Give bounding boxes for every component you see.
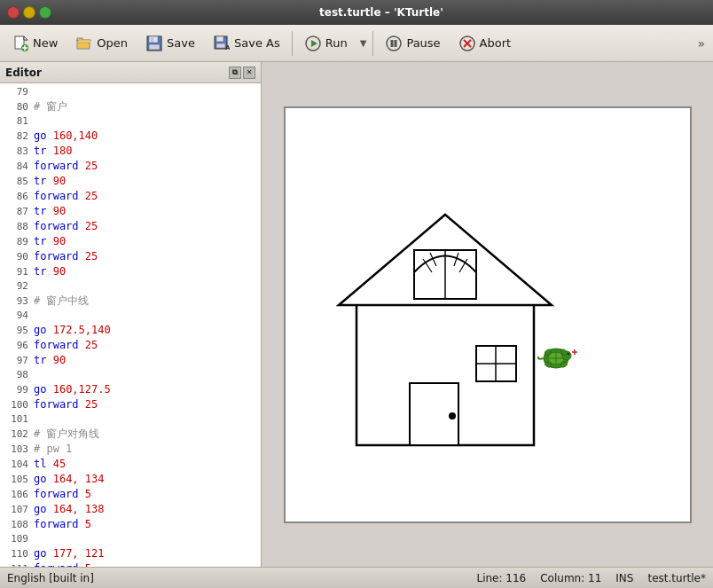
code-line: 82go 160,140: [4, 129, 257, 144]
svg-rect-22: [395, 40, 397, 47]
code-editor[interactable]: 7980# 窗户8182go 160,14083tr 18084forward …: [0, 83, 261, 567]
code-line: 87tr 90: [4, 204, 257, 219]
svg-rect-12: [151, 36, 153, 42]
code-line: 110go 177, 121: [4, 546, 257, 561]
house-drawing: [286, 108, 692, 523]
save-icon: [145, 35, 163, 52]
saveas-button[interactable]: A Save As: [205, 30, 288, 57]
code-line: 106forward 5: [4, 487, 257, 502]
code-line: 81: [4, 114, 257, 129]
saveas-label: Save As: [234, 36, 280, 50]
code-line: 100forward 25: [4, 397, 257, 412]
status-column: Column: 11: [540, 572, 601, 584]
dropdown-arrow-item[interactable]: ▼: [357, 34, 370, 52]
editor-close-btn[interactable]: ✕: [243, 67, 255, 79]
code-line: 99go 160,127.5: [4, 382, 257, 397]
code-line: 83tr 180: [4, 144, 257, 159]
save-label: Save: [167, 36, 195, 50]
editor-controls[interactable]: ⧉ ✕: [229, 67, 255, 79]
pause-label: Pause: [406, 36, 440, 50]
new-button[interactable]: New: [4, 30, 66, 57]
code-line: 89tr 90: [4, 234, 257, 249]
turtle-canvas: [284, 106, 692, 523]
code-line: 85tr 90: [4, 174, 257, 189]
run-label: Run: [325, 36, 348, 50]
code-line: 108forward 5: [4, 517, 257, 532]
close-button[interactable]: [7, 6, 20, 19]
svg-rect-21: [391, 40, 394, 47]
code-line: 95go 172.5,140: [4, 323, 257, 338]
save-button[interactable]: Save: [137, 30, 203, 57]
titlebar: test.turtle – 'KTurtle': [0, 0, 713, 25]
new-icon: [12, 35, 29, 52]
code-line: 92: [4, 279, 257, 294]
window-controls[interactable]: [7, 6, 51, 19]
open-label: Open: [97, 36, 128, 50]
svg-marker-19: [311, 40, 317, 47]
pause-icon: [385, 35, 403, 52]
dropdown-arrow-icon[interactable]: ▼: [360, 38, 367, 48]
code-line: 94: [4, 309, 257, 323]
code-line: 102# 窗户对角线: [4, 427, 257, 442]
code-line: 86forward 25: [4, 189, 257, 204]
code-line: 109: [4, 532, 257, 546]
editor-header: Editor ⧉ ✕: [0, 62, 261, 83]
code-line: 98: [4, 368, 257, 382]
svg-text:A: A: [225, 44, 230, 51]
new-label: New: [33, 36, 58, 50]
code-line: 79: [4, 85, 257, 99]
window-title: test.turtle – 'KTurtle': [57, 6, 706, 19]
code-line: 103# pw 1: [4, 442, 257, 457]
code-line: 96forward 25: [4, 338, 257, 353]
abort-label: Abort: [480, 36, 512, 50]
svg-rect-13: [149, 44, 160, 50]
abort-button[interactable]: Abort: [451, 30, 520, 57]
code-line: 91tr 90: [4, 264, 257, 279]
open-button[interactable]: Open: [67, 30, 136, 57]
run-button[interactable]: Run: [296, 30, 356, 57]
svg-point-44: [568, 353, 569, 355]
code-line: 111forward 5: [4, 561, 257, 567]
saveas-icon: A: [213, 35, 231, 52]
editor-panel: Editor ⧉ ✕ 7980# 窗户8182go 160,14083tr 18…: [0, 62, 262, 567]
more-button[interactable]: »: [693, 32, 709, 55]
abort-icon: [458, 35, 476, 52]
toolbar-separator-2: [372, 31, 373, 56]
code-line: 88forward 25: [4, 219, 257, 234]
svg-rect-15: [216, 36, 223, 42]
code-line: 93# 窗户中线: [4, 294, 257, 309]
canvas-panel: [262, 62, 713, 567]
main-content: Editor ⧉ ✕ 7980# 窗户8182go 160,14083tr 18…: [0, 62, 713, 567]
svg-rect-16: [216, 43, 225, 48]
svg-marker-9: [77, 40, 91, 43]
editor-restore-btn[interactable]: ⧉: [229, 67, 241, 79]
open-icon: [75, 35, 93, 52]
status-mode: INS: [615, 572, 633, 584]
code-line: 90forward 25: [4, 249, 257, 264]
svg-point-20: [387, 36, 401, 51]
status-line: Line: 116: [476, 572, 526, 584]
code-line: 107go 164, 138: [4, 502, 257, 517]
toolbar: New Open Save: [0, 25, 713, 62]
status-language: English [built in]: [7, 572, 94, 584]
editor-title: Editor: [5, 67, 42, 79]
statusbar: English [built in] Line: 116 Column: 11 …: [0, 567, 713, 588]
code-line: 101: [4, 412, 257, 427]
maximize-button[interactable]: [39, 6, 51, 19]
code-line: 97tr 90: [4, 353, 257, 368]
editor-body: 7980# 窗户8182go 160,14083tr 18084forward …: [0, 83, 261, 567]
code-line: 105go 164, 134: [4, 472, 257, 487]
code-line: 80# 窗户: [4, 99, 257, 114]
code-line: 84forward 25: [4, 159, 257, 174]
code-line: 104tl 45: [4, 457, 257, 472]
toolbar-separator-1: [292, 31, 293, 56]
minimize-button[interactable]: [23, 6, 35, 19]
pause-button[interactable]: Pause: [377, 30, 448, 57]
more-icon: »: [697, 36, 705, 51]
svg-marker-3: [24, 36, 27, 40]
status-filename: test.turtle*: [647, 572, 706, 584]
svg-point-35: [449, 412, 456, 419]
run-icon: [304, 35, 322, 52]
